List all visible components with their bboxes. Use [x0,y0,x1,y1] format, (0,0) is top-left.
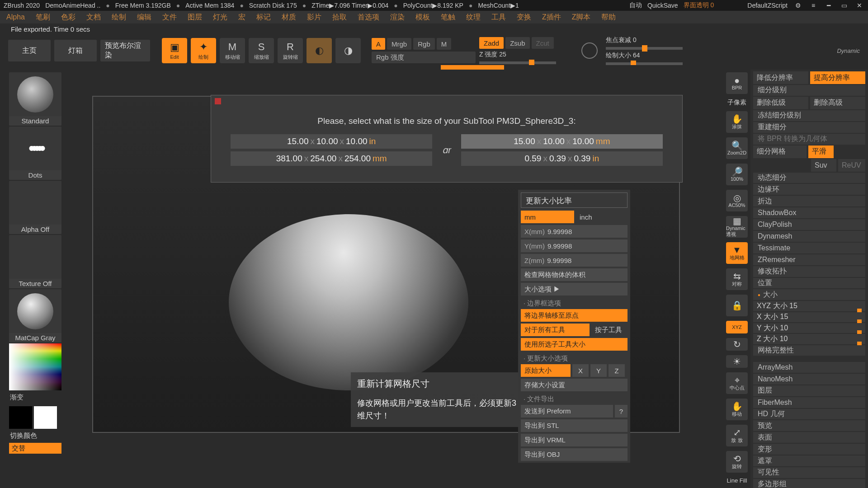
p-position[interactable]: 位置 [753,278,865,289]
scrub-icon[interactable]: ✋涂抹 [726,111,748,133]
p-size[interactable]: 大小 [753,289,865,300]
menu-edit[interactable]: 编辑 [137,13,151,22]
p-mod-topo[interactable]: 修改拓扑 [753,266,865,277]
solo-icon[interactable]: ☀ [726,355,748,368]
menu-icon[interactable]: ≡ [808,1,818,9]
menu-help[interactable]: 帮助 [601,13,616,22]
p-dynamic-subdiv[interactable]: 动态细分 [753,173,865,183]
y-size-slider[interactable]: Y 大小 10 [753,323,865,333]
focal-slider[interactable] [606,47,683,50]
size-option-mm15[interactable]: 15.00x10.00x10.00mm [461,134,663,149]
max-icon[interactable]: ▭ [839,1,849,9]
sculptris-button[interactable]: ◑ [335,38,361,63]
lightbox-button[interactable]: 灯箱 [54,40,97,61]
p-nanomesh[interactable]: NanoMesh [753,374,865,385]
rebuild-sdiv[interactable]: 重建细分 [753,122,865,133]
menu-tool[interactable]: 工具 [491,13,506,22]
menu-macro[interactable]: 宏 [238,13,245,22]
p-zremesher[interactable]: ZRemesher [753,254,865,265]
menu-alpha[interactable]: Alpha [6,13,25,21]
dialog-close-icon[interactable] [215,98,221,104]
y-size-field[interactable]: Y(mm)9.99998 [521,239,627,252]
all-tools-button[interactable]: 对于所有工具 [521,324,590,336]
menu-light[interactable]: 灯光 [213,13,227,22]
xyz-icon[interactable]: XYZ [726,321,748,333]
menu-draw[interactable]: 绘制 [112,13,126,22]
menu-document[interactable]: 文档 [86,13,101,22]
xyz-size-slider[interactable]: XYZ 大小 15 [753,301,865,311]
size-option-mm381[interactable]: 381.00x254.00x254.00mm [231,151,432,166]
aahalf-icon[interactable]: ◎AC50% [726,190,748,211]
p-dynamesh[interactable]: Dynamesh [753,231,865,242]
move-pan-icon[interactable]: ✋移动 [726,399,748,420]
store-size-button[interactable]: 存储大小设置 [521,379,627,391]
sdiv-level[interactable]: 细分级别 [753,85,865,96]
menu-layer[interactable]: 图层 [188,13,202,22]
p-claypolish[interactable]: ClayPolish [753,219,865,230]
a-toggle[interactable]: A [372,38,385,50]
p-mesh-integrity[interactable]: 网格完整性 [753,345,865,356]
p-visibility[interactable]: 可见性 [753,467,865,478]
by-subtool-button[interactable]: 按子工具 [591,324,627,336]
scale-head[interactable]: 更新大小比率 [521,192,627,208]
unit-inch-button[interactable]: inch [576,211,627,223]
menu-file[interactable]: 文件 [162,13,177,22]
p-polygroups[interactable]: 多边形组 [753,479,865,488]
scale-pan-icon[interactable]: ⤢放 放 [726,425,748,446]
menu-pref[interactable]: 首选项 [358,13,379,22]
p-preview[interactable]: 预览 [753,420,865,431]
size-option-in059[interactable]: 0.59x0.39x0.39in [461,151,663,166]
center-icon[interactable]: ⌖中心点 [726,372,748,394]
lock-icon[interactable]: 🔒 [726,295,748,316]
axis-z-button[interactable]: Z [609,364,625,377]
menu-zscript[interactable]: Z脚本 [572,13,591,22]
menu-stencil[interactable]: 模板 [415,13,430,22]
move-button[interactable]: M移动缩 [220,38,245,63]
m-toggle[interactable]: M [437,38,452,50]
p-layers[interactable]: 图层 [753,385,865,396]
send-preform-button[interactable]: 发送到 Preform [521,405,613,418]
p-fibermesh[interactable]: FiberMesh [753,397,865,408]
z-size-slider[interactable]: Z 大小 10 [753,334,865,344]
p-arraymesh[interactable]: ArrayMesh [753,362,865,373]
close-icon[interactable]: ✕ [854,1,864,9]
linefill-label[interactable]: Line Fill [727,477,747,484]
x-size-slider[interactable]: X 大小 15 [753,312,865,322]
size-options[interactable]: 大小选项 ▶ [521,283,627,296]
reuv-toggle[interactable]: ReUV [838,159,865,172]
menu-brush[interactable]: 笔刷 [36,13,50,22]
localsym-icon[interactable]: ⇆对称 [726,268,748,290]
min-icon[interactable]: ━ [824,1,834,9]
rotate-pan-icon[interactable]: ⟲旋转 [726,451,748,473]
use-selected-size-button[interactable]: 使用所选子工具大小 [521,338,627,351]
preform-help-button[interactable]: ? [615,405,627,418]
p-tessimate[interactable]: Tessimate [753,243,865,253]
freeze-sdiv[interactable]: 冻结细分级别 [753,110,865,121]
p-mask[interactable]: 遮罩 [753,455,865,466]
home-button[interactable]: 主页 [8,40,51,61]
alpha-slot[interactable]: Alpha Off [9,181,61,234]
menu-transform[interactable]: 变换 [517,13,531,22]
menu-render[interactable]: 渲染 [390,13,405,22]
swatch-white[interactable] [34,406,57,429]
focal-shift-dial[interactable] [581,42,598,59]
p-surface[interactable]: 表面 [753,432,865,443]
zscript-label[interactable]: DefaultZScript [747,2,788,9]
menu-zplugin[interactable]: Z插件 [542,13,561,22]
menu-color[interactable]: 色彩 [61,13,75,22]
export-stl-button[interactable]: 导出到 STL [521,419,627,432]
subtool-label[interactable]: 子像素 [727,99,746,107]
zsub-toggle[interactable]: Zsub [505,37,529,49]
menu-stroke[interactable]: 笔触 [441,13,455,22]
smooth-toggle[interactable]: 平滑 [808,145,834,158]
x-size-field[interactable]: X(mm)9.99998 [521,225,627,238]
menu-picker[interactable]: 拾取 [332,13,347,22]
higher-res-button[interactable]: 提高分辨率 [810,71,865,84]
alternate-button[interactable]: 交替 [9,443,61,454]
export-obj-button[interactable]: 导出到 OBJ [521,448,627,461]
persp-icon[interactable]: ▦Dynamic 透视 [726,216,748,238]
ui-opacity[interactable]: 界面透明 0 [684,1,714,9]
axis-x-button[interactable]: X [572,364,589,377]
p-hdgeo[interactable]: HD 几何 [753,409,865,420]
gradient-label[interactable]: 渐变 [9,391,57,404]
